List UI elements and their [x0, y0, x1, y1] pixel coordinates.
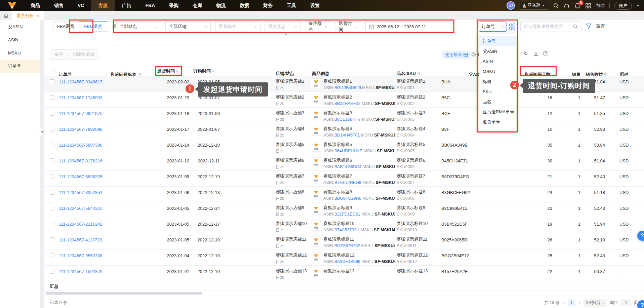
order-number-link[interactable]: 111-1234567-5807386 — [59, 143, 103, 148]
filter-select-全部站点[interactable]: 全部站点∨ — [116, 21, 161, 32]
view-tab-FBM退货[interactable]: FBM退货 — [79, 21, 107, 32]
search-icon[interactable] — [553, 3, 559, 9]
magnifier-icon[interactable] — [573, 24, 578, 29]
filter-select-备注颜色[interactable]: 备注颜色∨ — [305, 21, 331, 32]
date-range-picker[interactable]: 2025-06-12 ~ 2025-07-11 — [365, 21, 452, 32]
nav-item-数据[interactable]: 数据 — [233, 0, 256, 11]
table-help-icon[interactable]: ? — [543, 51, 548, 56]
asin-link[interactable]: B64HDEHHAE — [334, 149, 362, 153]
row-checkbox[interactable] — [50, 190, 54, 195]
asin-link[interactable]: B21FD1EC61 — [334, 212, 360, 217]
page-size-select[interactable]: 20条/页 ∨ — [583, 299, 607, 307]
column-header-退货时间[interactable]: 退货时间 — [155, 66, 191, 76]
headset-icon[interactable] — [564, 3, 570, 9]
refresh-icon[interactable]: ↻ — [524, 50, 528, 56]
dropdown-option-MSKU[interactable]: MSKU — [479, 67, 516, 77]
help-link[interactable]: 帮助 — [596, 3, 605, 9]
saihu-logo-icon[interactable] — [5, 1, 19, 10]
filter-select-退货状态[interactable]: 退货状态∨ — [265, 21, 301, 32]
nav-item-物流[interactable]: 物流 — [209, 0, 233, 11]
nav-item-VC[interactable]: VC — [71, 0, 91, 11]
row-checkbox[interactable] — [50, 127, 54, 131]
asin-link[interactable]: BGE867B762 — [334, 243, 360, 248]
notification-bell-icon[interactable]: 8 — [574, 3, 580, 9]
row-checkbox[interactable] — [50, 111, 54, 116]
order-number-link[interactable]: 111-1234567-3352851 — [59, 190, 103, 195]
download-icon[interactable] — [533, 51, 538, 56]
order-number-link[interactable]: 111-1234567-8176216 — [59, 158, 103, 163]
create-aftersale-button[interactable]: 创建售后单 — [68, 49, 99, 60]
asin-link[interactable]: BB22HAEF22 — [334, 101, 361, 106]
account-button[interactable]: 账户 — [614, 2, 632, 10]
nav-item-销售[interactable]: 销售 — [47, 0, 71, 11]
row-checkbox[interactable] — [50, 222, 54, 226]
sort-icon[interactable] — [176, 69, 178, 72]
view-tab-FBA退货[interactable]: FBA退货 — [52, 21, 79, 32]
order-number-link[interactable]: 111-1234567-2216242 — [59, 222, 103, 227]
current-page[interactable]: 1 — [568, 299, 575, 306]
order-number-link[interactable]: 111-1234567-7992098 — [59, 127, 103, 132]
horizontal-scrollbar[interactable] — [46, 292, 202, 295]
order-number-link[interactable]: 111-1234567-0921975 — [59, 111, 103, 116]
filter-select-全部店铺[interactable]: 全部店铺∨ — [165, 21, 211, 32]
asin-link[interactable]: BA3CE1B896 — [334, 259, 360, 264]
column-header-订购时间[interactable]: 订购时间 — [191, 66, 223, 76]
sort-icon[interactable] — [604, 72, 607, 76]
ai-assistant-button[interactable]: AI — [507, 1, 515, 10]
dropdown-option-ASIN[interactable]: ASIN — [479, 56, 516, 67]
use-help-button[interactable]: 使用帮助 — [442, 51, 471, 59]
note-button[interactable]: 备注 — [50, 49, 68, 60]
close-icon[interactable]: × — [37, 13, 39, 18]
prev-page-button[interactable]: ‹ — [562, 300, 565, 305]
asin-link[interactable]: B74A53732H — [334, 228, 359, 232]
goto-page-input[interactable]: 1 — [621, 299, 631, 306]
asin-link[interactable]: BD14H46F01 — [334, 133, 360, 138]
next-page-button[interactable]: › — [578, 300, 580, 305]
account-chevron-down-icon[interactable] — [637, 5, 639, 6]
order-number-link[interactable]: 111-1234567-6838325 — [59, 174, 103, 179]
nav-item-财务[interactable]: 财务 — [256, 0, 280, 11]
nav-item-仓库[interactable]: 仓库 — [186, 0, 209, 11]
row-checkbox[interactable] — [50, 206, 54, 210]
row-checkbox[interactable] — [50, 269, 54, 274]
nav-item-客服[interactable]: 客服 — [91, 0, 115, 11]
nav-item-FBA[interactable]: FBA — [138, 0, 162, 11]
order-number-link[interactable]: 111-1234567-5644310 — [59, 206, 103, 211]
column-header-销售收益[interactable]: 销售收益 — [581, 66, 607, 76]
dropdown-option-SKU[interactable]: SKU — [479, 87, 516, 97]
tab-return-analysis[interactable]: 退货分析 × — [12, 11, 44, 20]
marketplace-selector[interactable]: a 亚马逊 — [520, 2, 548, 10]
filter-collapse-toggle[interactable]: ∧ — [282, 32, 290, 37]
asin-link[interactable]: BGD9B4D629 — [334, 85, 361, 90]
filter-select-退货标签[interactable]: 退货标签∨ — [215, 21, 260, 32]
dropdown-option-退货单号[interactable]: 退货单号 — [479, 117, 516, 127]
search-input[interactable]: 双击可批量搜索内容 — [520, 21, 581, 32]
sidebar-item-订单号[interactable]: 订单号 — [0, 60, 40, 73]
nav-item-商品[interactable]: 商品 — [24, 0, 47, 11]
batch-search-icon[interactable] — [509, 23, 516, 30]
row-checkbox[interactable] — [50, 79, 54, 84]
sort-icon[interactable] — [212, 69, 214, 72]
select-all-checkbox[interactable] — [50, 69, 54, 73]
advanced-filter-icon[interactable] — [586, 23, 592, 29]
asin-link[interactable]: BBG8FC29H6 — [334, 196, 361, 201]
sidebar-collapse-handle[interactable]: ◀ — [40, 127, 44, 136]
row-checkbox[interactable] — [50, 174, 54, 179]
asin-link[interactable]: B8CE168HH7 — [334, 117, 361, 122]
sidebar-item-父ASIN[interactable]: 父ASIN — [0, 20, 40, 33]
dropdown-option-父ASIN[interactable]: 父ASIN — [479, 46, 516, 56]
dropdown-option-亚马逊RMA单号[interactable]: 亚马逊RMA单号 — [479, 107, 516, 117]
home-tab-button[interactable] — [0, 11, 12, 20]
order-number-link[interactable]: 111-1234567-9348617 — [59, 79, 103, 84]
reset-button[interactable]: 重置 — [596, 24, 605, 30]
nav-item-设置[interactable]: 设置 — [303, 0, 327, 11]
filter-select-退货时间[interactable]: 退货时间∨ — [335, 21, 361, 32]
order-number-link[interactable]: 111-1234567-9552308 — [59, 253, 103, 258]
order-number-link[interactable]: 111-1234567-1592876 — [59, 269, 103, 274]
row-checkbox[interactable] — [50, 95, 54, 100]
order-number-link[interactable]: 111-1234567-4113729 — [59, 237, 102, 242]
row-checkbox[interactable] — [50, 158, 54, 163]
row-checkbox[interactable] — [50, 253, 54, 258]
row-checkbox[interactable] — [50, 237, 54, 242]
dropdown-option-品名[interactable]: 品名 — [479, 97, 516, 107]
